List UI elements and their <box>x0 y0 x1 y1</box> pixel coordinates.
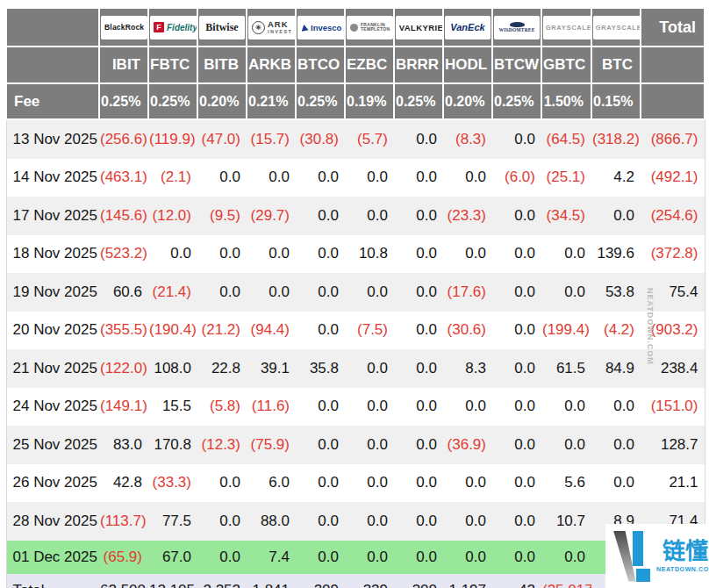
value-cell: (372.8) <box>641 235 705 274</box>
wisdomtree-logo-icon: WISDOMTREE <box>494 16 540 39</box>
value-cell: (25.1) <box>541 159 591 197</box>
value-cell: 0.0 <box>247 235 296 274</box>
issuer-cell-GBTC: GRAYSCALE <box>541 8 591 47</box>
value-cell: 0.0 <box>394 426 443 464</box>
value-cell: 0.0 <box>492 541 541 574</box>
value-cell: 88.0 <box>247 502 296 541</box>
value-cell: 0.0 <box>394 388 443 427</box>
date-cell: 21 Nov 2025 <box>6 349 99 388</box>
value-cell: (492.1) <box>641 159 705 197</box>
value-cell: 0.0 <box>345 426 394 464</box>
value-cell: 0.0 <box>197 235 247 274</box>
ticker-BTCO: BTCO <box>296 47 345 83</box>
value-cell: 12,105 <box>148 574 197 588</box>
value-cell: (119.9) <box>148 119 197 159</box>
value-cell: 0.0 <box>541 388 591 427</box>
value-cell: 0.0 <box>541 541 591 574</box>
value-cell: (6.0) <box>492 159 541 197</box>
date-cell: 19 Nov 2025 <box>6 273 99 312</box>
value-cell: 139.6 <box>591 235 641 274</box>
value-cell: (47.0) <box>197 119 247 159</box>
issuer-cell-BRRR: VALKYRIE <box>394 8 443 47</box>
value-cell: (30.6) <box>443 312 492 350</box>
value-cell: 2,252 <box>197 574 247 588</box>
value-cell: (12.0) <box>148 197 197 235</box>
ticker-BTCW: BTCW <box>492 47 541 83</box>
value-cell: 0.0 <box>394 541 443 574</box>
table-row: 17 Nov 2025(145.6)(12.0)(9.5)(29.7)0.00.… <box>6 197 705 235</box>
value-cell: 0.0 <box>197 502 247 541</box>
total-ticker-cell <box>641 47 705 83</box>
value-cell: 0.0 <box>394 273 443 312</box>
value-cell: 42 <box>492 574 541 588</box>
value-cell: 0.0 <box>443 235 492 274</box>
value-cell: 39.1 <box>247 349 296 388</box>
value-cell: 0.0 <box>394 464 443 503</box>
value-cell: (21.2) <box>197 312 247 350</box>
value-cell: 1,197 <box>443 574 492 588</box>
value-cell: 0.0 <box>541 426 591 464</box>
value-cell: (5.7) <box>345 119 394 159</box>
issuer-cell-BTCO: Invesco <box>296 8 345 47</box>
value-cell: 0.0 <box>296 388 345 427</box>
value-cell: 60.6 <box>99 273 148 312</box>
corner-cell <box>6 47 99 83</box>
value-cell: (12.3) <box>197 426 247 464</box>
issuer-logo-row: BlackRockFFidelityBitwiseARKINVESTInvesc… <box>6 8 705 47</box>
value-cell: (34.5) <box>541 197 591 235</box>
total-fee-cell <box>641 83 705 119</box>
value-cell: 0.0 <box>345 159 394 197</box>
date-cell: 20 Nov 2025 <box>6 312 99 350</box>
value-cell: (355.5) <box>99 312 148 350</box>
total-row: Total62,50012,1052,2521,8412093293001,19… <box>6 574 705 588</box>
value-cell: 170.8 <box>148 426 197 464</box>
fee-BTC: 0.15% <box>591 83 641 119</box>
ticker-HODL: HODL <box>443 47 492 83</box>
watermark-logo-foot <box>636 569 650 582</box>
value-cell: 0.0 <box>197 159 247 197</box>
value-cell: (30.8) <box>296 119 345 159</box>
value-cell: (149.1) <box>99 388 148 427</box>
value-cell: (4.2) <box>591 312 641 350</box>
fee-BRRR: 0.25% <box>394 83 443 119</box>
table-row: 28 Nov 2025(113.7)77.50.088.00.00.00.00.… <box>6 502 705 541</box>
value-cell: 108.0 <box>148 349 197 388</box>
ticker-EZBC: EZBC <box>345 47 394 83</box>
value-cell: 53.8 <box>591 273 641 312</box>
value-cell: 209 <box>296 574 345 588</box>
value-cell: (2.1) <box>148 159 197 197</box>
value-cell: 8.3 <box>443 349 492 388</box>
value-cell: (25,017) <box>541 574 591 588</box>
etf-flow-table: BlackRockFFidelityBitwiseARKINVESTInvesc… <box>5 7 705 588</box>
fee-BITB: 0.20% <box>197 83 247 119</box>
value-cell: (29.7) <box>247 197 296 235</box>
value-cell: 22.8 <box>197 349 247 388</box>
valkyrie-logo-icon: VALKYRIE <box>396 16 443 39</box>
issuer-cell-BTCW: WISDOMTREE <box>492 8 541 47</box>
ticker-BITB: BITB <box>197 47 247 83</box>
date-cell: 17 Nov 2025 <box>6 197 99 235</box>
value-cell: (318.2) <box>591 119 641 159</box>
value-cell: 0.0 <box>197 541 247 574</box>
value-cell: 0.0 <box>492 349 541 388</box>
value-cell: 0.0 <box>296 502 345 541</box>
table-row: 26 Nov 202542.8(33.3)0.06.00.00.00.00.00… <box>6 464 705 503</box>
value-cell: (75.9) <box>247 426 296 464</box>
table-row: 01 Dec 2025(65.9)67.00.07.40.00.00.00.00… <box>6 541 705 574</box>
value-cell: 0.0 <box>443 502 492 541</box>
value-cell: (199.4) <box>541 312 591 350</box>
value-cell: (151.0) <box>641 388 705 427</box>
value-cell: (145.6) <box>99 197 148 235</box>
table-row: 21 Nov 2025(122.0)108.022.839.135.80.00.… <box>6 349 705 388</box>
date-cell: 26 Nov 2025 <box>6 464 99 503</box>
ticker-IBIT: IBIT <box>99 47 148 83</box>
date-cell: 25 Nov 2025 <box>6 426 99 464</box>
value-cell: (5.8) <box>197 388 247 427</box>
value-cell: 0.0 <box>394 502 443 541</box>
value-cell: 0.0 <box>296 312 345 350</box>
value-cell: 0.0 <box>492 273 541 312</box>
issuer-cell-HODL: VanEck <box>443 8 492 47</box>
value-cell: 0.0 <box>394 312 443 350</box>
value-cell: (17.6) <box>443 273 492 312</box>
value-cell: 4.2 <box>591 159 641 197</box>
